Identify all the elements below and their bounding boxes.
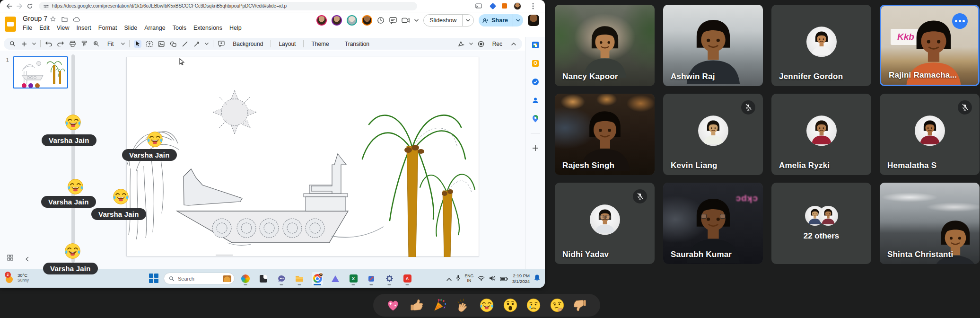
- insert-image-icon[interactable]: [158, 40, 165, 48]
- tray-mic-icon[interactable]: [456, 274, 461, 283]
- menu-help[interactable]: Help: [229, 25, 242, 31]
- tasks-icon[interactable]: [531, 78, 539, 86]
- paint-format-icon[interactable]: [80, 40, 88, 48]
- site-info-icon[interactable]: [44, 2, 49, 10]
- pointer-dropdown-icon[interactable]: [469, 42, 473, 46]
- refresh-icon[interactable]: [25, 2, 35, 10]
- zoom-in-icon[interactable]: [92, 40, 100, 48]
- fit-dropdown-icon[interactable]: [121, 42, 125, 46]
- menu-format[interactable]: Format: [98, 25, 117, 31]
- weather-widget[interactable]: 1 30°C Sunny: [5, 272, 29, 284]
- add-comment-icon[interactable]: [218, 40, 225, 48]
- slideshow-button[interactable]: Slideshow: [423, 14, 474, 26]
- share-button[interactable]: Share: [479, 14, 523, 26]
- thumbs-up-icon[interactable]: [409, 298, 424, 313]
- cloud-status-icon[interactable]: [73, 15, 80, 24]
- maps-icon[interactable]: [531, 115, 539, 123]
- rec-label[interactable]: Rec: [489, 41, 506, 47]
- thumbs-down-icon[interactable]: [573, 298, 588, 313]
- account-avatar[interactable]: [528, 15, 539, 26]
- menu-extensions[interactable]: Extensions: [193, 25, 222, 31]
- comment-history-icon[interactable]: [389, 17, 397, 24]
- thinking-face-icon[interactable]: [550, 298, 565, 313]
- line-dropdown-icon[interactable]: [205, 42, 209, 46]
- insert-arrow-icon[interactable]: [193, 40, 201, 48]
- document-title[interactable]: Group 7: [23, 15, 47, 22]
- menu-slide[interactable]: Slide: [124, 25, 137, 31]
- cast-icon[interactable]: [473, 2, 484, 10]
- add-icon[interactable]: [20, 40, 28, 48]
- battery-icon[interactable]: [500, 274, 508, 283]
- insert-line-icon[interactable]: [181, 40, 189, 48]
- insert-shape-icon[interactable]: [169, 40, 177, 48]
- copilot-icon[interactable]: [240, 272, 251, 285]
- more-options-button[interactable]: [952, 13, 968, 29]
- theme-button[interactable]: Theme: [308, 41, 332, 47]
- forward-icon[interactable]: [14, 2, 25, 10]
- layout-button[interactable]: Layout: [275, 41, 299, 47]
- menu-view[interactable]: View: [57, 25, 70, 31]
- participant-tile-saurabh[interactable]: ɔdʞɔ Saurabh Kumar: [663, 183, 763, 264]
- print-icon[interactable]: [69, 40, 76, 48]
- meet-camera-icon[interactable]: [402, 18, 410, 23]
- meet-dropdown-icon[interactable]: [414, 19, 419, 22]
- tears-of-joy-icon[interactable]: [479, 298, 494, 313]
- participant-tile-amelia[interactable]: Amelia Ryzki: [771, 94, 871, 175]
- picker-icon[interactable]: [366, 272, 377, 285]
- collapse-toolbar-icon[interactable]: [510, 40, 517, 48]
- participant-tile-nancy[interactable]: Nancy Kapoor: [555, 5, 655, 86]
- collaborator-avatar[interactable]: [316, 15, 327, 26]
- participant-tile-shinta[interactable]: Shinta Christanti: [880, 183, 980, 264]
- redo-icon[interactable]: [57, 40, 64, 48]
- collaborator-avatar[interactable]: [332, 15, 342, 26]
- back-icon[interactable]: [4, 2, 14, 10]
- star-icon[interactable]: [50, 15, 56, 24]
- tray-chevron-icon[interactable]: [446, 274, 452, 283]
- collapse-filmstrip-icon[interactable]: [26, 255, 29, 264]
- undo-icon[interactable]: [45, 40, 52, 48]
- plus-icon[interactable]: [531, 144, 539, 152]
- menu-tools[interactable]: Tools: [173, 25, 186, 31]
- calendar-icon[interactable]: [531, 41, 539, 49]
- notification-bell-icon[interactable]: [534, 274, 540, 283]
- sad-tear-face-icon[interactable]: [526, 298, 541, 313]
- file-explorer-icon[interactable]: [294, 272, 305, 285]
- laser-pointer-icon[interactable]: [457, 40, 465, 48]
- menu-kebab-icon[interactable]: [528, 2, 538, 10]
- add-dropdown-icon[interactable]: [32, 42, 36, 46]
- version-history-icon[interactable]: [377, 17, 385, 24]
- filmstrip-scrollbar[interactable]: [71, 54, 75, 263]
- text-box-icon[interactable]: [146, 40, 153, 48]
- menu-edit[interactable]: Edit: [39, 25, 50, 31]
- browser-profile-avatar[interactable]: [514, 2, 521, 10]
- menu-arrange[interactable]: Arrange: [144, 25, 165, 31]
- party-popper-icon[interactable]: [432, 298, 447, 313]
- clock[interactable]: 2:19 PM 3/1/2024: [512, 273, 530, 284]
- slide-canvas[interactable]: [126, 57, 479, 256]
- menu-insert[interactable]: Insert: [77, 25, 91, 31]
- start-button[interactable]: [149, 274, 159, 283]
- keep-icon[interactable]: [531, 59, 539, 67]
- collaborator-avatar[interactable]: [347, 15, 357, 26]
- record-icon[interactable]: [477, 40, 485, 48]
- participant-tile-hemalatha[interactable]: Hemalatha S: [880, 94, 980, 175]
- chrome-icon[interactable]: [312, 272, 323, 285]
- collaborator-avatar[interactable]: [362, 15, 372, 26]
- share-dropdown[interactable]: [513, 14, 523, 26]
- zoom-fit-label[interactable]: Fit: [104, 41, 117, 47]
- extension-square-icon[interactable]: [502, 3, 507, 9]
- grid-view-icon[interactable]: [7, 254, 13, 263]
- participant-tile-others[interactable]: 22 others: [771, 183, 871, 264]
- language-indicator[interactable]: ENG IN: [465, 274, 473, 283]
- sparkling-heart-icon[interactable]: [385, 298, 401, 313]
- volume-icon[interactable]: [489, 274, 496, 283]
- excel-icon[interactable]: X: [348, 272, 359, 285]
- participant-tile-rajini[interactable]: Kkb Rajini Ramacha...: [880, 5, 980, 86]
- clapping-hands-icon[interactable]: [455, 298, 471, 313]
- zoom-icon[interactable]: [9, 40, 16, 48]
- wifi-icon[interactable]: [478, 274, 485, 283]
- address-bar[interactable]: https://docs.google.com/presentation/d/1…: [39, 2, 417, 10]
- participant-tile-nidhi[interactable]: Nidhi Yadav: [555, 183, 655, 264]
- transition-button[interactable]: Transition: [341, 41, 373, 47]
- background-button[interactable]: Background: [229, 41, 266, 47]
